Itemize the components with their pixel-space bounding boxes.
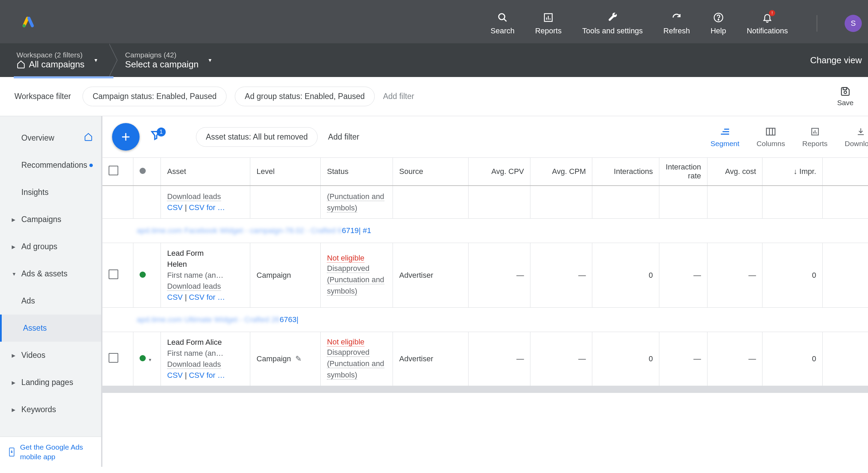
campaign-name-blurred: apd.time.com Ultimate Widget - Crafted 2… (137, 315, 280, 324)
toolbar: + 1 Asset status: All but removed Add fi… (102, 116, 868, 157)
row-status-dot (133, 243, 161, 308)
sidebar: Overview Recommendations Insights ▶Campa… (0, 116, 102, 467)
help-button[interactable]: Help (711, 11, 726, 35)
add-filter-button[interactable]: Add filter (383, 92, 414, 101)
cost-cell: UAH0.0 (823, 243, 868, 308)
avatar[interactable]: S (845, 15, 862, 32)
search-button[interactable]: Search (491, 11, 515, 35)
level-header[interactable]: Level (250, 158, 321, 186)
sidebar-item-recommendations[interactable]: Recommendations (0, 152, 101, 179)
sidebar-item-keywords[interactable]: ▶Keywords (0, 396, 101, 423)
avg-cpm-header[interactable]: Avg. CPM (530, 158, 592, 186)
recommendations-label: Recommendations (21, 161, 87, 170)
campaigns-label: Campaigns (21, 215, 61, 224)
mobile-app-link[interactable]: Get the Google Ads mobile app (20, 442, 92, 461)
reports-button[interactable]: Reports (802, 126, 828, 148)
svg-line-2 (504, 19, 507, 22)
cpv-cell: — (469, 332, 530, 386)
download-leads-label: Download leads (167, 192, 221, 201)
int-rate-cell: — (659, 243, 707, 308)
campaign-id: 6719| #1 (342, 226, 371, 235)
caret-down-icon: ▼ (148, 358, 152, 362)
refresh-label: Refresh (663, 26, 690, 35)
refresh-button[interactable]: Refresh (663, 11, 690, 35)
filter-count-badge: 1 (157, 128, 166, 136)
cost-header[interactable]: Co (823, 158, 868, 186)
interaction-rate-header[interactable]: Interaction rate (659, 158, 707, 186)
sidebar-item-campaigns[interactable]: ▶Campaigns (0, 206, 101, 233)
chevron-down-icon: ▼ (94, 57, 98, 63)
sidebar-item-videos[interactable]: ▶Videos (0, 342, 101, 369)
reports-icon (543, 11, 553, 24)
asset-title: Lead Form (167, 249, 204, 257)
adgroup-status-chip[interactable]: Ad group status: Enabled, Paused (235, 87, 375, 106)
checkbox-icon[interactable] (109, 166, 118, 175)
tools-button[interactable]: Tools and settings (582, 11, 643, 35)
columns-button[interactable]: Columns (757, 126, 785, 148)
caret-right-icon: ▶ (12, 353, 15, 358)
asset-header[interactable]: Asset (161, 158, 250, 186)
search-label: Search (491, 26, 515, 35)
topbar: Search Reports Tools and settings Refres… (0, 0, 868, 43)
add-filter-button[interactable]: Add filter (328, 132, 359, 142)
row-checkbox[interactable] (102, 243, 133, 308)
csv-link[interactable]: CSV (167, 371, 183, 380)
segment-button[interactable]: Segment (711, 126, 739, 148)
insights-label: Insights (21, 188, 48, 197)
download-leads-label: Download leads (167, 360, 221, 369)
add-button[interactable]: + (112, 123, 140, 151)
download-button[interactable]: Download (845, 126, 868, 148)
sidebar-item-ads[interactable]: Ads (0, 287, 101, 315)
sidebar-footer[interactable]: Get the Google Ads mobile app (0, 437, 101, 467)
row-status-dot[interactable]: ▼ (133, 332, 161, 386)
row-checkbox[interactable] (102, 332, 133, 386)
change-view-button[interactable]: Change view (810, 55, 862, 66)
campaign-status-chip[interactable]: Campaign status: Enabled, Paused (83, 87, 227, 106)
status-header[interactable]: Status (321, 158, 393, 186)
csv-link[interactable]: CSV (167, 293, 183, 301)
interactions-header[interactable]: Interactions (592, 158, 659, 186)
select-all-header[interactable] (102, 158, 133, 186)
avg-cost-header[interactable]: Avg. cost (707, 158, 762, 186)
pagination: 1 - 3 of 3 (102, 393, 868, 414)
tools-label: Tools and settings (582, 26, 643, 35)
campaign-group-row[interactable]: apd.time.com Facebook Widget - campaign-… (102, 219, 868, 243)
status-not-eligible: Not eligible (327, 254, 364, 263)
caret-right-icon: ▶ (12, 244, 15, 250)
source-cell: Advertiser (393, 243, 469, 308)
source-cell: Advertiser (393, 332, 469, 386)
csv-for-link[interactable]: CSV for … (189, 371, 225, 380)
horizontal-scrollbar[interactable] (102, 386, 868, 393)
svg-rect-9 (843, 87, 847, 89)
level-cell: Campaign (250, 243, 321, 308)
campaign-group-row[interactable]: apd.time.com Ultimate Widget - Crafted 2… (102, 308, 868, 332)
asset-fields: First name (an… (167, 349, 223, 358)
overview-label: Overview (21, 133, 54, 143)
asset-status-chip[interactable]: Asset status: All but removed (196, 127, 318, 147)
reports-button[interactable]: Reports (535, 11, 562, 35)
sidebar-item-overview[interactable]: Overview (0, 124, 101, 152)
breadcrumb-workspace[interactable]: Workspace (2 filters) All campaigns ▼ (0, 43, 109, 77)
filter-button[interactable]: 1 (150, 130, 162, 144)
breadcrumb-campaigns[interactable]: Campaigns (42) Select a campaign ▼ (109, 43, 223, 77)
reports-label: Reports (535, 26, 562, 35)
status-detail: (Punctuation and symbols) (327, 192, 384, 212)
impr-header[interactable]: ↓ Impr. (762, 158, 823, 186)
csv-link[interactable]: CSV (167, 203, 183, 212)
columns-label: Columns (757, 140, 785, 148)
save-button[interactable]: Save (837, 86, 854, 107)
sidebar-item-insights[interactable]: Insights (0, 179, 101, 206)
sidebar-item-landing[interactable]: ▶Landing pages (0, 369, 101, 396)
avg-cpv-header[interactable]: Avg. CPV (469, 158, 530, 186)
source-header[interactable]: Source (393, 158, 469, 186)
status-reason: (Punctuation and symbols) (327, 359, 384, 380)
csv-for-link[interactable]: CSV for … (189, 203, 225, 212)
csv-for-link[interactable]: CSV for … (189, 293, 225, 301)
google-ads-logo (20, 13, 36, 30)
sidebar-item-adgroups[interactable]: ▶Ad groups (0, 233, 101, 260)
impr-cell: 0 (762, 332, 823, 386)
edit-icon[interactable]: ✎ (295, 354, 301, 363)
sidebar-item-adsassets[interactable]: ▼Ads & assets (0, 260, 101, 287)
sidebar-item-assets[interactable]: Assets (0, 315, 101, 342)
notifications-button[interactable]: !Notifications (747, 11, 788, 35)
